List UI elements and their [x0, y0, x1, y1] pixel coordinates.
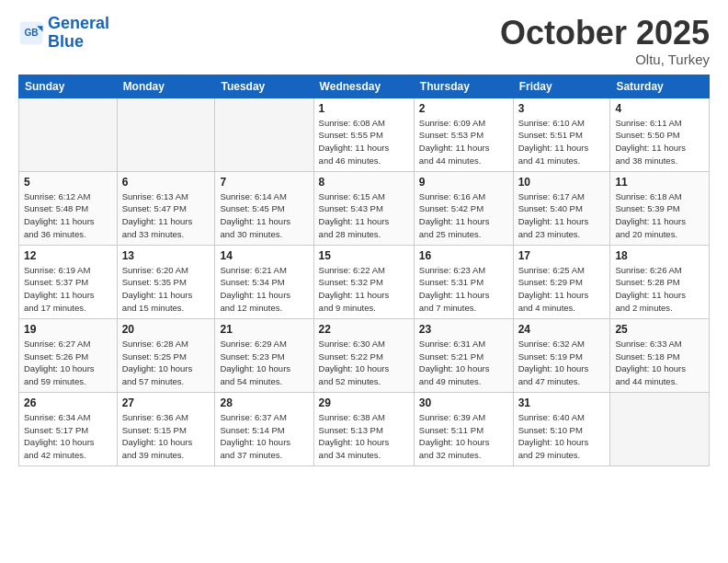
day-number: 28: [220, 396, 308, 409]
day-info: Sunrise: 6:27 AM Sunset: 5:26 PM Dayligh…: [24, 338, 112, 388]
calendar-cell: 21Sunrise: 6:29 AM Sunset: 5:23 PM Dayli…: [215, 318, 313, 392]
day-info: Sunrise: 6:11 AM Sunset: 5:50 PM Dayligh…: [615, 117, 704, 167]
logo: GB General Blue: [18, 15, 109, 52]
calendar: SundayMondayTuesdayWednesdayThursdayFrid…: [18, 75, 710, 466]
calendar-cell: 10Sunrise: 6:17 AM Sunset: 5:40 PM Dayli…: [513, 171, 610, 245]
day-info: Sunrise: 6:12 AM Sunset: 5:48 PM Dayligh…: [24, 190, 112, 241]
calendar-cell: 1Sunrise: 6:08 AM Sunset: 5:55 PM Daylig…: [313, 98, 414, 171]
day-info: Sunrise: 6:14 AM Sunset: 5:45 PM Dayligh…: [220, 190, 308, 241]
calendar-cell: [610, 392, 710, 465]
day-info: Sunrise: 6:32 AM Sunset: 5:19 PM Dayligh…: [518, 338, 606, 388]
day-info: Sunrise: 6:39 AM Sunset: 5:11 PM Dayligh…: [419, 411, 508, 462]
day-info: Sunrise: 6:23 AM Sunset: 5:31 PM Dayligh…: [419, 264, 508, 315]
calendar-cell: 30Sunrise: 6:39 AM Sunset: 5:11 PM Dayli…: [414, 392, 513, 465]
calendar-cell: 9Sunrise: 6:16 AM Sunset: 5:42 PM Daylig…: [414, 171, 513, 245]
day-number: 18: [615, 249, 704, 262]
day-info: Sunrise: 6:22 AM Sunset: 5:32 PM Dayligh…: [319, 264, 409, 315]
day-number: 21: [220, 323, 308, 336]
day-number: 17: [518, 249, 606, 262]
day-number: 14: [220, 249, 308, 262]
logo-text: General Blue: [48, 15, 109, 52]
month-title: October 2025: [500, 15, 710, 52]
day-number: 19: [24, 323, 112, 336]
header: GB General Blue October 2025 Oltu, Turke…: [18, 15, 710, 67]
day-info: Sunrise: 6:38 AM Sunset: 5:13 PM Dayligh…: [319, 411, 409, 462]
day-info: Sunrise: 6:17 AM Sunset: 5:40 PM Dayligh…: [518, 190, 606, 241]
calendar-cell: 4Sunrise: 6:11 AM Sunset: 5:50 PM Daylig…: [610, 98, 710, 171]
day-number: 4: [615, 102, 704, 115]
day-info: Sunrise: 6:10 AM Sunset: 5:51 PM Dayligh…: [518, 117, 606, 167]
day-number: 25: [615, 323, 704, 336]
calendar-cell: 23Sunrise: 6:31 AM Sunset: 5:21 PM Dayli…: [414, 318, 513, 392]
calendar-week-5: 26Sunrise: 6:34 AM Sunset: 5:17 PM Dayli…: [19, 392, 710, 465]
day-of-week-saturday: Saturday: [610, 75, 710, 98]
day-info: Sunrise: 6:26 AM Sunset: 5:28 PM Dayligh…: [615, 264, 704, 315]
day-info: Sunrise: 6:09 AM Sunset: 5:53 PM Dayligh…: [419, 117, 508, 167]
calendar-week-4: 19Sunrise: 6:27 AM Sunset: 5:26 PM Dayli…: [19, 318, 710, 392]
day-number: 31: [518, 396, 606, 409]
day-number: 6: [122, 176, 210, 189]
calendar-cell: 12Sunrise: 6:19 AM Sunset: 5:37 PM Dayli…: [19, 245, 118, 318]
day-number: 23: [419, 323, 508, 336]
day-number: 27: [122, 396, 210, 409]
day-of-week-thursday: Thursday: [414, 75, 513, 98]
calendar-cell: 15Sunrise: 6:22 AM Sunset: 5:32 PM Dayli…: [313, 245, 414, 318]
day-of-week-sunday: Sunday: [19, 75, 118, 98]
day-info: Sunrise: 6:37 AM Sunset: 5:14 PM Dayligh…: [220, 411, 308, 462]
calendar-cell: 13Sunrise: 6:20 AM Sunset: 5:35 PM Dayli…: [117, 245, 215, 318]
calendar-cell: 29Sunrise: 6:38 AM Sunset: 5:13 PM Dayli…: [313, 392, 414, 465]
day-info: Sunrise: 6:36 AM Sunset: 5:15 PM Dayligh…: [122, 411, 210, 462]
calendar-cell: [19, 98, 118, 171]
calendar-cell: 5Sunrise: 6:12 AM Sunset: 5:48 PM Daylig…: [19, 171, 118, 245]
calendar-week-1: 1Sunrise: 6:08 AM Sunset: 5:55 PM Daylig…: [19, 98, 710, 171]
day-number: 26: [24, 396, 112, 409]
calendar-week-2: 5Sunrise: 6:12 AM Sunset: 5:48 PM Daylig…: [19, 171, 710, 245]
day-info: Sunrise: 6:40 AM Sunset: 5:10 PM Dayligh…: [518, 411, 606, 462]
logo-icon: GB: [18, 20, 44, 46]
day-info: Sunrise: 6:33 AM Sunset: 5:18 PM Dayligh…: [615, 338, 704, 388]
day-info: Sunrise: 6:31 AM Sunset: 5:21 PM Dayligh…: [419, 338, 508, 388]
day-info: Sunrise: 6:13 AM Sunset: 5:47 PM Dayligh…: [122, 190, 210, 241]
day-number: 15: [319, 249, 409, 262]
calendar-cell: 28Sunrise: 6:37 AM Sunset: 5:14 PM Dayli…: [215, 392, 313, 465]
day-info: Sunrise: 6:25 AM Sunset: 5:29 PM Dayligh…: [518, 264, 606, 315]
day-number: 7: [220, 176, 308, 189]
calendar-cell: 8Sunrise: 6:15 AM Sunset: 5:43 PM Daylig…: [313, 171, 414, 245]
title-block: October 2025 Oltu, Turkey: [500, 15, 710, 67]
day-info: Sunrise: 6:15 AM Sunset: 5:43 PM Dayligh…: [319, 190, 409, 241]
day-info: Sunrise: 6:08 AM Sunset: 5:55 PM Dayligh…: [319, 117, 409, 167]
calendar-cell: 25Sunrise: 6:33 AM Sunset: 5:18 PM Dayli…: [610, 318, 710, 392]
logo-line2: Blue: [48, 32, 84, 51]
day-number: 16: [419, 249, 508, 262]
day-info: Sunrise: 6:20 AM Sunset: 5:35 PM Dayligh…: [122, 264, 210, 315]
calendar-header-row: SundayMondayTuesdayWednesdayThursdayFrid…: [19, 75, 710, 98]
calendar-cell: 16Sunrise: 6:23 AM Sunset: 5:31 PM Dayli…: [414, 245, 513, 318]
day-number: 1: [319, 102, 409, 115]
calendar-cell: 24Sunrise: 6:32 AM Sunset: 5:19 PM Dayli…: [513, 318, 610, 392]
day-number: 24: [518, 323, 606, 336]
day-info: Sunrise: 6:34 AM Sunset: 5:17 PM Dayligh…: [24, 411, 112, 462]
calendar-cell: 31Sunrise: 6:40 AM Sunset: 5:10 PM Dayli…: [513, 392, 610, 465]
svg-text:GB: GB: [24, 28, 38, 38]
day-info: Sunrise: 6:18 AM Sunset: 5:39 PM Dayligh…: [615, 190, 704, 241]
day-number: 30: [419, 396, 508, 409]
calendar-week-3: 12Sunrise: 6:19 AM Sunset: 5:37 PM Dayli…: [19, 245, 710, 318]
day-number: 2: [419, 102, 508, 115]
day-of-week-friday: Friday: [513, 75, 610, 98]
day-info: Sunrise: 6:19 AM Sunset: 5:37 PM Dayligh…: [24, 264, 112, 315]
day-number: 13: [122, 249, 210, 262]
day-number: 12: [24, 249, 112, 262]
day-number: 20: [122, 323, 210, 336]
calendar-cell: 3Sunrise: 6:10 AM Sunset: 5:51 PM Daylig…: [513, 98, 610, 171]
calendar-cell: 20Sunrise: 6:28 AM Sunset: 5:25 PM Dayli…: [117, 318, 215, 392]
day-number: 22: [319, 323, 409, 336]
page: GB General Blue October 2025 Oltu, Turke…: [0, 0, 728, 563]
calendar-cell: [215, 98, 313, 171]
day-info: Sunrise: 6:28 AM Sunset: 5:25 PM Dayligh…: [122, 338, 210, 388]
calendar-cell: 11Sunrise: 6:18 AM Sunset: 5:39 PM Dayli…: [610, 171, 710, 245]
day-of-week-tuesday: Tuesday: [215, 75, 313, 98]
day-info: Sunrise: 6:16 AM Sunset: 5:42 PM Dayligh…: [419, 190, 508, 241]
calendar-cell: 19Sunrise: 6:27 AM Sunset: 5:26 PM Dayli…: [19, 318, 118, 392]
calendar-cell: 7Sunrise: 6:14 AM Sunset: 5:45 PM Daylig…: [215, 171, 313, 245]
calendar-cell: 27Sunrise: 6:36 AM Sunset: 5:15 PM Dayli…: [117, 392, 215, 465]
